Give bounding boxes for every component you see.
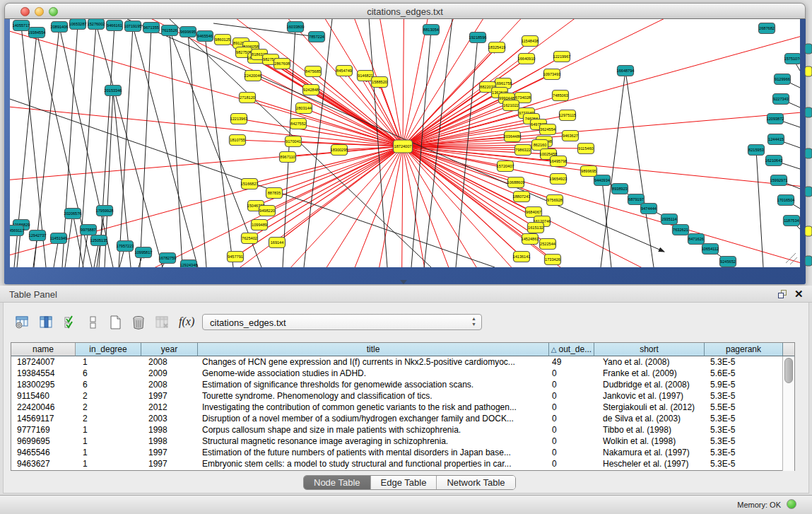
graph-node-label: 1244415 [768,137,784,141]
tab-node-table[interactable]: Node Table [304,476,371,490]
graph-node-label: 6879197 [628,197,644,201]
table-cell-pagerank: 5.3E-5 [710,424,782,436]
graph-node-label: 1733426 [545,257,560,262]
tab-network-table[interactable]: Network Table [437,476,514,490]
graph-node-label: 2687682 [759,26,775,30]
graph-edge [133,26,198,267]
table-panel-body: f(x) citations_edges.txt ▲▼ namein_degre… [3,303,809,493]
graph-node-label: 1588520 [372,80,387,84]
table-cell-short: Hescheler et al. (1997) [603,458,703,469]
table-cell-title: Genome-wide association studies in ADHD. [202,368,548,379]
window-titlebar[interactable]: citations_edges.txt [4,3,806,19]
network-canvas[interactable]: 1405571719384554208914061065328715276002… [10,19,800,267]
table-cell-title: Estimation of the future numbers of pati… [202,447,548,458]
column-header-out_degree[interactable]: △out_de... [549,343,594,356]
graph-node-label: 19654923 [550,177,567,181]
column-header-in_degree[interactable]: in_degree [76,343,141,356]
close-panel-icon[interactable]: ✕ [794,288,804,300]
graph-node-label: 1810755 [230,138,245,142]
background-node-fragment [805,256,812,266]
resize-grip[interactable] [786,253,796,263]
table-cell-out_degree: 0 [552,458,593,469]
node-table[interactable]: namein_degreeyeartitle△out_de...shortpag… [11,342,795,471]
graph-node-label: 7625402 [242,236,257,240]
graph-node-label: 12505135 [90,238,108,243]
delete-table-icon[interactable] [129,314,148,331]
scroll-corner [783,343,794,356]
new-table-icon[interactable] [107,314,125,331]
table-cell-pagerank: 5.3E-5 [710,356,782,368]
graph-node-label: 16033809 [287,25,305,29]
table-cell-in_degree: 1 [83,458,140,469]
table-row[interactable]: 1456911722003Disruption of a novel membe… [11,413,783,424]
graph-edge [170,30,182,267]
table-row[interactable]: 969969511998Structural magnetic resonanc… [11,436,783,447]
splitter-handle[interactable] [400,280,407,284]
graph-node-label: 1615132 [528,226,543,230]
table-cell-name: 22420046 [17,402,74,413]
scrollbar-thumb[interactable] [784,358,793,383]
table-row[interactable]: 977716911998Corpus callosum shape and si… [11,424,783,436]
table-settings-icon[interactable] [13,314,32,331]
table-cell-year: 1998 [148,424,196,436]
table-scrollbar[interactable] [782,356,794,471]
column-header-short[interactable]: short [594,343,705,356]
table-row[interactable]: 911546021997Tourette syndrome. Phenomeno… [11,390,783,402]
table-cell-short: Stergiakouli et al. (2012) [603,402,703,413]
graph-node-label: 9860125 [215,37,230,42]
table-source-dropdown[interactable]: citations_edges.txt ▲▼ [202,314,482,330]
graph-edge [127,19,664,252]
memory-status-icon[interactable] [787,499,796,509]
column-header-title[interactable]: title [198,343,549,356]
column-header-year[interactable]: year [141,343,198,356]
graph-node-label: 7986322 [515,148,531,152]
graph-node-label: 10688609 [507,180,525,185]
graph-node-label: 3624554 [540,127,555,132]
table-row[interactable]: 1830029562008Estimation of significance … [11,379,783,390]
tab-edge-table[interactable]: Edge Table [371,476,437,490]
table-row[interactable]: 2242004622012Investigating the contribut… [11,402,783,413]
table-row[interactable]: 946362711997Embryonic stem cells: a mode… [11,458,783,469]
graph-edge [73,214,83,267]
graph-node-label: 9756928 [547,198,563,202]
network-view-frame: 1405571719384554208914061065328715276002… [4,19,806,284]
delete-columns-icon[interactable] [153,314,172,331]
table-cell-out_degree: 0 [552,402,593,413]
graph-node-label: 10973493 [543,72,561,76]
unselect-rows-icon[interactable] [84,314,102,331]
network-graph[interactable]: 1405571719384554208914061065328715276002… [10,19,800,267]
table-row[interactable]: 1872400712008Changes of HCN gene express… [11,356,783,368]
window-title: citations_edges.txt [5,6,805,17]
graph-edge [311,90,403,146]
table-cell-out_degree: 0 [552,390,593,402]
column-header-name[interactable]: name [11,343,76,356]
graph-node-label: 20153346 [105,88,122,93]
graph-edge [403,57,562,146]
table-cell-year: 2012 [148,402,196,413]
graph-node-label: 8427552 [290,122,306,126]
graph-node-label: 862160 [534,143,547,147]
table-cell-short: Wolkin et al. (1998) [603,436,703,447]
graph-node-label: 14055717 [13,23,30,28]
graph-node-label: 18807243 [513,194,531,199]
table-cell-name: 9777169 [17,424,74,436]
graph-node-label: 19218596 [469,35,487,40]
table-row[interactable]: 1938455462009Genome-wide association stu… [11,368,783,379]
graph-node-label: 16961758 [495,81,512,86]
column-chooser-icon[interactable] [37,314,56,331]
graph-node-label: 9498220 [259,209,275,213]
graph-node-label: 8967110 [280,155,295,159]
column-header-pagerank[interactable]: pagerank [705,343,783,356]
graph-node-label: 7485063 [553,93,568,98]
graph-edge [601,71,625,267]
table-cell-out_degree: 0 [552,436,593,447]
table-cell-year: 1997 [148,458,196,469]
table-row[interactable]: 946554611997Estimation of the future num… [11,447,783,458]
table-cell-title: Tourette syndrome. Phenomenology and cla… [202,390,548,402]
select-rows-icon[interactable] [61,314,80,331]
resize-grip[interactable] [790,257,797,264]
graph-node-label: 16782759 [159,256,177,260]
float-panel-icon[interactable] [778,290,787,299]
graph-node-label: 17957223 [117,244,134,248]
function-builder-icon[interactable]: f(x) [179,315,194,328]
